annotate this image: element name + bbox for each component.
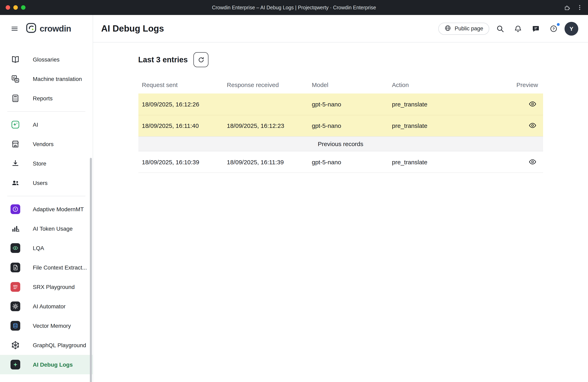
sidebar: crowdin Glossaries G	[0, 15, 93, 382]
action-cell: pre_translate	[392, 158, 513, 165]
preview-eye-icon[interactable]	[527, 120, 538, 131]
table-header-row: Request sent Response received Model Act…	[138, 76, 543, 93]
sidebar-item-srx-playground[interactable]: SRX SRX Playground	[0, 277, 93, 297]
sidebar-item-machine-translation[interactable]: G A Machine translation	[0, 69, 93, 89]
public-page-button[interactable]: Public page	[439, 22, 489, 35]
sidebar-item-label: AI Token Usage	[33, 225, 73, 232]
request-sent-cell: 18/09/2025, 16:12:26	[142, 101, 227, 107]
content-area: Last 3 entries Request sent Response rec…	[93, 42, 588, 382]
action-cell: pre_translate	[392, 101, 513, 107]
action-cell: pre_translate	[392, 122, 513, 129]
lqa-icon	[11, 243, 20, 253]
users-icon	[11, 178, 20, 188]
browser-titlebar: Crowdin Enterprise – AI Debug Logs | Pro…	[0, 0, 588, 15]
sidebar-item-vector-memory[interactable]: Vector Memory	[0, 316, 93, 336]
crowdin-logo-icon	[26, 23, 36, 35]
messages-chat-icon[interactable]	[529, 22, 543, 35]
sidebar-item-adaptive-modernmt[interactable]: T Adaptive ModernMT	[0, 199, 93, 219]
table-row: 18/09/2025, 16:10:39 18/09/2025, 16:11:3…	[138, 151, 543, 172]
notifications-bell-icon[interactable]	[511, 22, 525, 35]
sidebar-item-label: AI	[33, 121, 38, 128]
ai-debug-logs-icon	[11, 360, 20, 369]
debug-logs-table: Request sent Response received Model Act…	[138, 76, 543, 172]
table-row: 18/09/2025, 16:12:26 gpt-5-nano pre_tran…	[138, 93, 543, 115]
entries-title: Last 3 entries	[138, 55, 188, 64]
sidebar-item-graphql-playground[interactable]: GraphQL Playground	[0, 336, 93, 355]
close-window-button[interactable]	[6, 5, 10, 10]
adaptive-modernmt-icon: T	[11, 204, 20, 214]
sidebar-scrollbar[interactable]	[90, 158, 92, 382]
model-cell: gpt-5-nano	[312, 101, 392, 107]
sidebar-item-label: Glossaries	[33, 56, 60, 63]
browser-window: Crowdin Enterprise – AI Debug Logs | Pro…	[0, 0, 588, 382]
preview-eye-icon[interactable]	[527, 156, 538, 168]
window-controls	[0, 5, 25, 10]
column-header-model: Model	[312, 81, 392, 88]
sidebar-item-lqa[interactable]: LQA	[0, 238, 93, 258]
sidebar-item-file-context-extractor[interactable]: File Context Extract...	[0, 258, 93, 277]
sidebar-item-ai-token-usage[interactable]: AI Token Usage	[0, 219, 93, 238]
svg-text:SRX: SRX	[13, 285, 18, 287]
sidebar-item-users[interactable]: Users	[0, 173, 93, 193]
request-sent-cell: 18/09/2025, 16:11:40	[142, 122, 227, 129]
search-icon[interactable]	[493, 22, 507, 35]
sidebar-divider	[7, 111, 85, 112]
menu-icon[interactable]	[11, 25, 19, 33]
srx-playground-icon: SRX	[11, 282, 20, 292]
zoom-window-button[interactable]	[21, 5, 25, 10]
reports-icon	[11, 93, 20, 103]
sidebar-item-label: Vector Memory	[33, 322, 71, 329]
model-cell: gpt-5-nano	[312, 122, 392, 129]
sidebar-divider	[7, 196, 85, 196]
sidebar-item-label: GraphQL Playground	[33, 342, 86, 348]
sidebar-item-label: Users	[33, 180, 47, 186]
browser-menu-icon[interactable]	[576, 4, 583, 11]
sidebar-item-vendors[interactable]: Vendors	[0, 134, 93, 154]
ai-automator-gear-icon	[11, 301, 20, 311]
minimize-window-button[interactable]	[13, 5, 18, 10]
main-panel: AI Debug Logs Public page	[93, 15, 588, 382]
column-header-response-received: Response received	[227, 81, 312, 88]
sidebar-item-label: AI Debug Logs	[33, 361, 73, 368]
glossaries-icon	[11, 55, 20, 64]
token-usage-chart-icon	[11, 224, 20, 233]
column-header-request-sent: Request sent	[142, 81, 227, 88]
globe-icon	[444, 24, 451, 33]
browser-tab-title: Crowdin Enterprise – AI Debug Logs | Pro…	[0, 5, 588, 10]
graphql-icon	[11, 340, 20, 350]
sidebar-item-store[interactable]: Store	[0, 154, 93, 173]
extensions-icon[interactable]	[564, 4, 571, 11]
svg-text:A: A	[16, 79, 18, 82]
preview-eye-icon[interactable]	[527, 98, 538, 110]
sidebar-item-reports[interactable]: Reports	[0, 89, 93, 108]
ai-icon	[11, 120, 20, 129]
storefront-icon	[11, 139, 20, 149]
app-header: AI Debug Logs Public page	[93, 15, 588, 42]
previous-records-row[interactable]: Previous records	[138, 136, 543, 151]
sidebar-item-ai[interactable]: AI	[0, 115, 93, 134]
sidebar-item-ai-automator[interactable]: AI Automator	[0, 297, 93, 316]
file-context-icon	[11, 263, 20, 272]
machine-translation-icon: G A	[11, 74, 20, 84]
sidebar-item-label: Vendors	[33, 141, 54, 147]
download-icon	[11, 159, 20, 168]
sidebar-item-label: Machine translation	[33, 76, 82, 82]
sidebar-item-label: LQA	[33, 245, 44, 251]
sidebar-item-glossaries[interactable]: Glossaries	[0, 50, 93, 69]
sidebar-item-label: Adaptive ModernMT	[33, 206, 84, 212]
crowdin-logo[interactable]: crowdin	[26, 23, 71, 35]
model-cell: gpt-5-nano	[312, 158, 392, 165]
refresh-button[interactable]	[193, 52, 209, 67]
sidebar-item-label: AI Automator	[33, 303, 65, 310]
public-page-label: Public page	[455, 25, 483, 32]
sidebar-item-ai-debug-logs[interactable]: AI Debug Logs	[0, 355, 93, 374]
user-avatar[interactable]: Y	[565, 22, 578, 35]
sidebar-nav: Glossaries G A Machine translation	[0, 42, 93, 374]
previous-records-label: Previous records	[318, 140, 363, 147]
help-icon[interactable]: ?	[547, 22, 561, 35]
response-received-cell: 18/09/2025, 16:11:39	[227, 158, 312, 165]
sidebar-item-label: Reports	[33, 95, 53, 102]
crowdin-wordmark: crowdin	[40, 24, 71, 34]
sidebar-item-label: Store	[33, 160, 46, 167]
svg-text:T: T	[15, 208, 16, 211]
